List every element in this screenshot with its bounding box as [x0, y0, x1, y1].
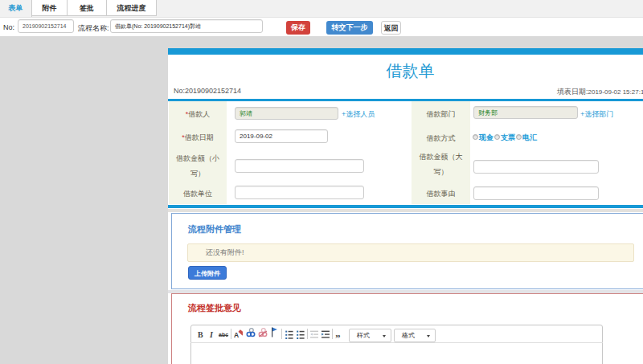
svg-text:A: A: [234, 331, 239, 339]
